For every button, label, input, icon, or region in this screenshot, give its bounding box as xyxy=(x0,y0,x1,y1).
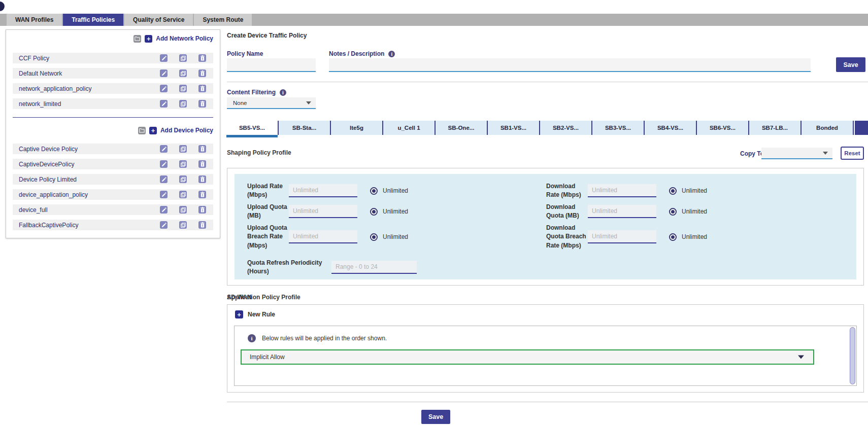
unlimited-radio[interactable] xyxy=(669,233,677,241)
interface-tab-sb5[interactable]: SB5-VS... xyxy=(226,121,279,135)
edit-icon[interactable] xyxy=(160,85,168,92)
interface-tab-bonded[interactable]: Bonded xyxy=(802,121,854,135)
delete-icon[interactable] xyxy=(198,206,206,214)
add-network-policy-button[interactable]: Add Network Policy xyxy=(156,35,213,42)
copy-icon[interactable] xyxy=(179,175,187,183)
tab-traffic-policies[interactable]: Traffic Policies xyxy=(63,14,123,26)
upload-breach-rate-input[interactable] xyxy=(289,230,357,243)
upload-rate-input[interactable] xyxy=(289,184,357,197)
interface-tab-sb3[interactable]: SB3-VS... xyxy=(592,121,645,135)
edit-icon[interactable] xyxy=(160,69,168,77)
policy-name-link[interactable]: device_full xyxy=(19,206,160,214)
copy-icon[interactable] xyxy=(179,85,187,92)
rule-dropdown[interactable]: Implicit Allow xyxy=(241,349,814,365)
rules-info-text: Below rules will be applied in the order… xyxy=(262,335,387,342)
policy-name-link[interactable]: FallbackCaptivePolicy xyxy=(19,222,160,229)
interface-tab-sb4[interactable]: SB4-VS... xyxy=(645,121,697,135)
delete-icon[interactable] xyxy=(198,160,206,168)
tab-quality-of-service[interactable]: Quality of Service xyxy=(124,14,193,26)
footer-divider xyxy=(227,402,868,402)
import-policy-icon[interactable] xyxy=(138,127,146,134)
edit-icon[interactable] xyxy=(160,160,168,168)
copy-icon[interactable] xyxy=(179,160,187,168)
copy-icon[interactable] xyxy=(179,100,187,108)
interface-tab-sbsta[interactable]: SB-Sta... xyxy=(279,121,331,135)
tab-wan-profiles[interactable]: WAN Profiles xyxy=(7,14,62,26)
edit-icon[interactable] xyxy=(160,100,168,108)
scrollbar-thumb[interactable] xyxy=(850,327,855,384)
policy-name-link[interactable]: Captive Device Policy xyxy=(19,146,160,153)
save-button[interactable]: Save xyxy=(836,57,865,72)
edit-icon[interactable] xyxy=(160,54,168,62)
copy-icon[interactable] xyxy=(179,206,187,214)
download-rate-input[interactable] xyxy=(588,184,656,197)
copy-icon[interactable] xyxy=(179,221,187,229)
add-device-policy-button[interactable]: Add Device Policy xyxy=(160,127,213,134)
unlimited-radio[interactable] xyxy=(669,208,677,216)
quota-refresh-input[interactable] xyxy=(331,261,417,274)
interface-tab-lte5g[interactable]: lte5g xyxy=(331,121,383,135)
interface-tab-sb7[interactable]: SB7-LB... xyxy=(749,121,802,135)
unlimited-radio[interactable] xyxy=(370,233,378,241)
tab-system-route[interactable]: System Route xyxy=(194,14,252,26)
copy-to-dropdown[interactable] xyxy=(761,148,832,159)
info-icon[interactable]: i xyxy=(280,89,286,96)
copy-icon[interactable] xyxy=(179,191,187,198)
download-column: Download Rate (Mbps) Unlimited Download … xyxy=(546,181,707,252)
new-rule-button[interactable]: + New Rule xyxy=(235,310,275,318)
edit-icon[interactable] xyxy=(160,221,168,229)
policy-name-link[interactable]: network_limited xyxy=(19,100,160,108)
radio-label: Unlimited xyxy=(383,208,408,215)
edit-icon[interactable] xyxy=(160,145,168,153)
info-icon[interactable]: i xyxy=(388,51,395,57)
policy-name-link[interactable]: CCF Policy xyxy=(19,55,160,62)
edit-icon[interactable] xyxy=(160,206,168,214)
copy-icon[interactable] xyxy=(179,69,187,77)
radio-label: Unlimited xyxy=(682,187,707,194)
unlimited-radio[interactable] xyxy=(370,187,378,195)
save-policy-button[interactable]: Save xyxy=(421,410,450,424)
unlimited-option: Unlimited xyxy=(669,233,707,241)
unlimited-radio[interactable] xyxy=(370,208,378,216)
edit-icon[interactable] xyxy=(160,175,168,183)
interface-tab-sb6[interactable]: SB6-VS... xyxy=(697,121,749,135)
content-filtering-dropdown[interactable]: None xyxy=(227,97,316,109)
device-policy-row: FallbackCaptivePolicy xyxy=(13,220,213,230)
interface-tab-ucell1[interactable]: u_Cell 1 xyxy=(383,121,436,135)
delete-icon[interactable] xyxy=(198,100,206,108)
delete-icon[interactable] xyxy=(198,145,206,153)
add-device-policy-plus-icon[interactable]: + xyxy=(149,127,157,134)
policy-name-link[interactable]: CaptiveDevicePolicy xyxy=(19,161,160,168)
download-quota-input[interactable] xyxy=(588,205,656,218)
delete-icon[interactable] xyxy=(198,85,206,92)
device-policy-row: device_application_policy xyxy=(13,189,213,200)
delete-icon[interactable] xyxy=(198,221,206,229)
download-breach-rate-row: Download Quota Breach Rate (Mbps) Unlimi… xyxy=(546,222,707,252)
field-label: Download Rate (Mbps) xyxy=(546,182,588,200)
copy-icon[interactable] xyxy=(179,54,187,62)
download-breach-rate-input[interactable] xyxy=(588,230,656,243)
policy-name-link[interactable]: device_application_policy xyxy=(19,191,160,198)
delete-icon[interactable] xyxy=(198,191,206,198)
interface-tab-sb1[interactable]: SB1-VS... xyxy=(488,121,540,135)
tab-scroll-button[interactable] xyxy=(855,121,868,135)
interface-tab-sbone[interactable]: SB-One... xyxy=(436,121,488,135)
info-icon: i xyxy=(248,334,256,342)
add-network-policy-plus-icon[interactable]: + xyxy=(145,35,152,43)
delete-icon[interactable] xyxy=(198,69,206,77)
form-divider xyxy=(227,82,868,82)
reset-button[interactable]: Reset xyxy=(841,147,864,160)
policy-name-link[interactable]: Device Policy Limited xyxy=(19,176,160,183)
upload-quota-input[interactable] xyxy=(289,205,357,218)
delete-icon[interactable] xyxy=(198,175,206,183)
notes-input[interactable] xyxy=(329,58,811,72)
import-policy-icon[interactable] xyxy=(133,35,141,43)
copy-icon[interactable] xyxy=(179,145,187,153)
interface-tab-sb2[interactable]: SB2-VS... xyxy=(540,121,592,135)
policy-name-link[interactable]: network_application_policy xyxy=(19,85,160,92)
policy-name-link[interactable]: Default Network xyxy=(19,70,160,77)
edit-icon[interactable] xyxy=(160,191,168,198)
delete-icon[interactable] xyxy=(198,54,206,62)
policy-name-input[interactable] xyxy=(227,58,316,72)
unlimited-radio[interactable] xyxy=(669,187,677,195)
